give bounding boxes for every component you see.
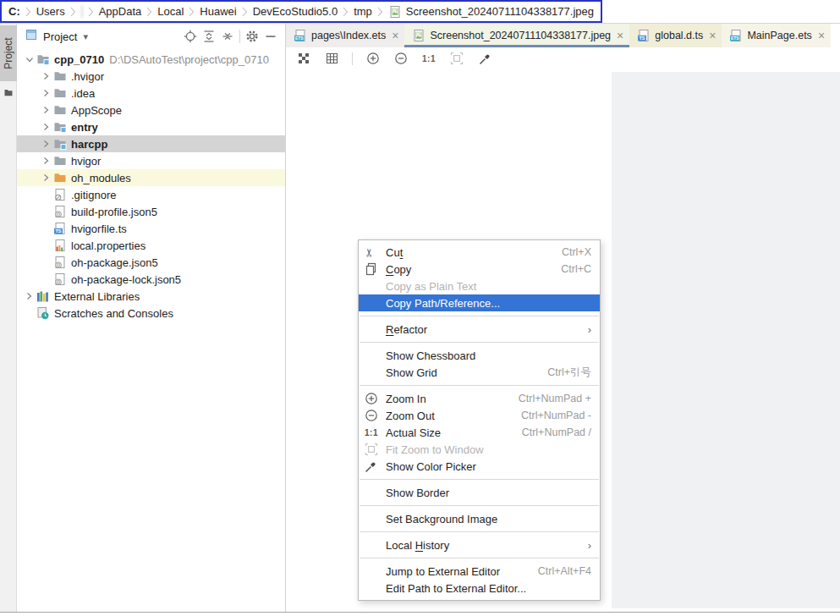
breadcrumb-item[interactable]: Local	[157, 5, 184, 18]
folder-module-icon	[36, 52, 50, 66]
tree-row--gitignore[interactable]: .gitignore	[17, 186, 285, 203]
tree-row-scratches-and-consoles[interactable]: Scratches and Consoles	[17, 305, 285, 322]
locate-icon	[184, 30, 197, 43]
copy-icon	[365, 262, 386, 276]
menu-item-show-color-picker[interactable]: Show Color Picker	[359, 458, 600, 475]
breadcrumb-item[interactable]: C:	[8, 5, 20, 18]
grid-button[interactable]	[324, 51, 339, 66]
tree-row-oh-package-json5[interactable]: {}oh-package.json5	[17, 254, 285, 271]
breadcrumb-item[interactable]: Huawei	[200, 5, 236, 18]
menu-item-cut[interactable]: ✂CutCtrl+X	[359, 244, 600, 261]
color-picker-button[interactable]	[477, 51, 492, 66]
tree-row-oh-modules[interactable]: oh_modules	[17, 169, 285, 186]
menu-item-zoom-in[interactable]: Zoom InCtrl+NumPad +	[359, 390, 600, 407]
tab-label: pages\Index.ets	[311, 30, 386, 41]
menu-item-shortcut: Ctrl+NumPad +	[519, 393, 591, 404]
tree-item-label: .idea	[71, 87, 95, 100]
tree-row-hvigor[interactable]: hvigor	[17, 152, 285, 169]
menu-item-jump-to-external-editor[interactable]: Jump to External EditorCtrl+Alt+F4	[359, 563, 600, 580]
chevron-right-icon[interactable]	[39, 106, 53, 114]
chevron-right-icon[interactable]	[39, 173, 53, 182]
menu-item-zoom-out[interactable]: Zoom OutCtrl+NumPad -	[359, 407, 600, 424]
menu-item-show-grid[interactable]: Show GridCtrl+引号	[359, 364, 600, 381]
breadcrumb-separator-icon	[146, 7, 152, 17]
menu-item-show-border[interactable]: Show Border	[359, 484, 600, 501]
ide-window: C:UsersAppDataLocalHuaweiDevEcoStudio5.0…	[0, 0, 840, 616]
breadcrumb-item[interactable]: Screenshot_20240711104338177.jpeg	[388, 5, 594, 19]
settings-button[interactable]	[243, 27, 261, 46]
editor-tab-active[interactable]: Screenshot_20240711104338177.jpeg×	[404, 24, 629, 47]
menu-item-local-history[interactable]: Local History›	[359, 536, 600, 553]
menu-item-copy-path-reference[interactable]: Copy Path/Reference...	[359, 294, 600, 311]
tree-item-label: AppScope	[71, 104, 122, 117]
hide-button[interactable]	[261, 27, 280, 46]
breadcrumb-item[interactable]: tmp	[354, 5, 372, 18]
breadcrumb-item[interactable]: AppData	[99, 5, 142, 18]
tree-row--idea[interactable]: .idea	[17, 85, 285, 102]
tree-row-build-profile-json5[interactable]: {}build-profile.json5	[17, 203, 285, 220]
ts-icon: TS	[53, 222, 67, 235]
editor-tab-0[interactable]: ETSpages\Index.ets×	[286, 24, 404, 47]
tree-item-label: oh-package-lock.json5	[71, 273, 181, 286]
menu-item-copy[interactable]: CopyCtrl+C	[359, 261, 600, 278]
chessboard-button[interactable]	[296, 51, 311, 66]
tree-row-oh-package-lock-json5[interactable]: {}oh-package-lock.json5	[17, 271, 285, 288]
menu-item-label: Copy Path/Reference...	[386, 297, 591, 310]
image-file-icon	[388, 5, 402, 19]
chevron-right-icon[interactable]	[39, 72, 53, 80]
tree-row-entry[interactable]: entry	[17, 118, 285, 135]
breadcrumb-item-label: Screenshot_20240711104338177.jpeg	[406, 5, 594, 18]
menu-item-label: Copy	[386, 263, 544, 276]
actual-size-button[interactable]: 1:1	[421, 51, 436, 66]
breadcrumb-item[interactable]: DevEcoStudio5.0	[253, 5, 338, 18]
tree-row--hvigor[interactable]: .hvigor	[17, 68, 285, 85]
menu-item-set-background-image[interactable]: Set Background Image	[359, 510, 600, 527]
close-icon[interactable]: ×	[818, 30, 825, 41]
close-icon[interactable]: ×	[617, 30, 623, 41]
menu-separator	[360, 385, 599, 386]
tree-row-harcpp[interactable]: harcpp	[17, 135, 285, 152]
menu-item-label: Zoom In	[386, 393, 502, 405]
chevron-down-icon[interactable]	[22, 56, 36, 63]
chevron-right-icon[interactable]	[39, 140, 53, 148]
menu-item-refactor[interactable]: Refactor›	[359, 321, 600, 338]
menu-item-edit-path-to-external-editor[interactable]: Edit Path to External Editor...	[359, 580, 600, 597]
tool-button-project[interactable]: Project	[0, 25, 17, 81]
editor-tab-2[interactable]: TSglobal.d.ts×	[629, 24, 722, 47]
scratches-icon	[36, 306, 50, 320]
breadcrumb: C:UsersAppDataLocalHuaweiDevEcoStudio5.0…	[0, 0, 602, 23]
project-folder-mini-icon	[3, 85, 14, 101]
chevron-right-icon[interactable]	[22, 292, 36, 300]
collapse-all-button[interactable]	[218, 27, 237, 46]
chevron-right-icon[interactable]	[39, 157, 53, 165]
tree-row-appscope[interactable]: AppScope	[17, 102, 285, 118]
zoom-out-icon	[394, 52, 408, 65]
breadcrumb-item[interactable]: Users	[36, 5, 65, 18]
breadcrumb-item-label: C:	[8, 5, 20, 18]
context-menu: ✂CutCtrl+XCopyCtrl+CCopy as Plain TextCo…	[358, 239, 601, 601]
tree-item-label: External Libraries	[54, 290, 140, 303]
chevron-right-icon[interactable]	[39, 89, 53, 97]
zoom-in-button[interactable]	[365, 51, 381, 66]
menu-item-show-chessboard[interactable]: Show Chessboard	[359, 347, 600, 364]
zoom-out-button[interactable]	[393, 51, 409, 66]
svg-text:{}: {}	[57, 279, 60, 284]
tree-row-local-properties[interactable]: local.properties	[17, 237, 285, 254]
close-icon[interactable]: ×	[709, 30, 716, 41]
editor-tab-3[interactable]: ETSMainPage.ets×	[722, 24, 831, 47]
chevron-down-icon[interactable]: ▾	[83, 31, 88, 42]
folder-icon	[53, 69, 67, 83]
expand-all-button[interactable]	[200, 27, 218, 46]
tree-row-cpp-0710[interactable]: cpp_0710D:\DSAutoTest\project\cpp_0710	[17, 51, 285, 68]
menu-item-actual-size[interactable]: 1:1Actual SizeCtrl+NumPad /	[359, 424, 600, 441]
breadcrumb-item-label: Local	[157, 5, 184, 18]
close-icon[interactable]: ×	[392, 30, 398, 41]
tree-row-external-libraries[interactable]: External Libraries	[17, 288, 285, 305]
collapse-all-icon	[221, 30, 234, 43]
json5-icon: {}	[53, 272, 67, 286]
tree-row-hvigorfile-ts[interactable]: TShvigorfile.ts	[17, 220, 285, 237]
folder-icon	[53, 154, 67, 168]
locate-button[interactable]	[181, 27, 200, 46]
chevron-right-icon[interactable]	[39, 123, 53, 131]
folder-module-icon	[53, 137, 67, 151]
